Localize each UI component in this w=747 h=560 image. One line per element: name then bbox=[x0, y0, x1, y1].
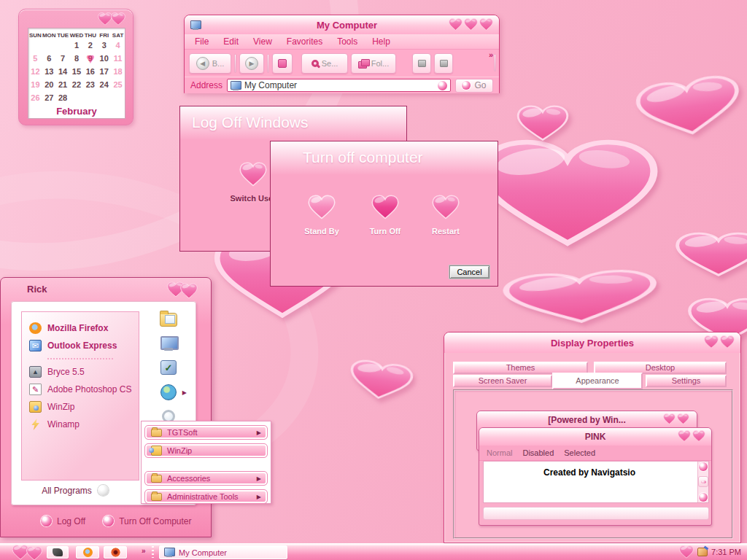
calendar-day[interactable]: 20 bbox=[42, 78, 56, 91]
calendar-day[interactable]: 11 bbox=[111, 52, 125, 65]
heart-button-icon[interactable] bbox=[704, 335, 719, 349]
menu-item[interactable]: File bbox=[195, 36, 209, 47]
menu-item[interactable]: Help bbox=[372, 36, 390, 47]
calendar-day[interactable] bbox=[28, 39, 42, 52]
calendar-day[interactable]: 17 bbox=[97, 65, 111, 78]
log-off-ball-icon bbox=[41, 516, 52, 526]
up-button[interactable] bbox=[272, 53, 293, 74]
calendar-day[interactable] bbox=[97, 91, 111, 104]
calendar-day[interactable] bbox=[83, 91, 97, 104]
calendar-day[interactable]: 3 bbox=[97, 39, 111, 52]
calendar-day[interactable]: 25 bbox=[111, 78, 125, 91]
taskbar-clock[interactable]: 7:31 PM bbox=[711, 548, 741, 556]
scroll-down-icon[interactable] bbox=[699, 493, 708, 502]
quick-launch-button[interactable] bbox=[47, 546, 69, 559]
submenu-item[interactable]: Administrative Tools ▶ bbox=[144, 489, 268, 504]
all-programs-button[interactable]: All Programs bbox=[11, 485, 139, 496]
program-item[interactable]: Mozilla Firefox bbox=[22, 319, 139, 337]
calendar-day[interactable]: 12 bbox=[28, 65, 42, 78]
forward-button[interactable]: ▶ bbox=[239, 53, 264, 74]
taskbar-task-button[interactable]: My Computer bbox=[159, 545, 287, 559]
calendar-day[interactable]: 10 bbox=[97, 52, 111, 65]
title-bar[interactable]: Display Properties bbox=[444, 332, 740, 353]
stand-by-heart-icon[interactable] bbox=[308, 195, 336, 219]
views-button[interactable] bbox=[412, 53, 431, 74]
turn-off-option[interactable]: Turn Off bbox=[356, 195, 414, 236]
address-dropdown-icon[interactable] bbox=[438, 81, 447, 90]
taskbar-grip[interactable] bbox=[152, 546, 154, 558]
restart-option[interactable]: Restart bbox=[417, 195, 475, 236]
restart-heart-icon[interactable] bbox=[432, 195, 460, 219]
folders-button[interactable]: Fol... bbox=[351, 53, 396, 74]
calendar-day[interactable]: 9 bbox=[83, 52, 97, 65]
calendar-day[interactable]: 22 bbox=[70, 78, 84, 91]
log-off-button[interactable]: Log Off bbox=[41, 516, 85, 526]
menu-item[interactable]: Edit bbox=[223, 36, 239, 47]
calendar-day[interactable]: 28 bbox=[56, 91, 70, 104]
calendar-day[interactable]: 13 bbox=[42, 65, 56, 78]
back-button[interactable]: ◀ B... bbox=[189, 53, 231, 74]
program-item[interactable]: Outlook Express bbox=[22, 337, 139, 354]
calendar-day[interactable]: 21 bbox=[56, 78, 70, 91]
close-heart-icon[interactable] bbox=[720, 335, 735, 349]
program-item[interactable]: Bryce 5.5 bbox=[22, 363, 139, 381]
minimize-heart-icon[interactable] bbox=[449, 18, 462, 31]
scroll-up-icon[interactable] bbox=[699, 462, 708, 471]
calendar-day[interactable]: 5 bbox=[28, 52, 42, 65]
calendar-day[interactable]: 1 bbox=[70, 39, 84, 52]
preview-scrollbar[interactable] bbox=[697, 462, 708, 502]
calendar-day[interactable] bbox=[56, 39, 70, 52]
quick-launch-button[interactable] bbox=[104, 546, 127, 559]
submenu-item[interactable]: TGTSoft ▶ bbox=[144, 425, 268, 440]
menu-item[interactable]: View bbox=[253, 36, 272, 47]
calendar-day[interactable]: 4 bbox=[111, 39, 125, 52]
quick-launch-button[interactable] bbox=[76, 546, 99, 559]
program-item[interactable]: Winamp bbox=[22, 416, 139, 433]
tray-app-icon[interactable] bbox=[697, 548, 708, 556]
tab-settings[interactable]: Settings bbox=[646, 375, 727, 387]
program-item[interactable]: WinZip bbox=[22, 398, 139, 416]
submenu-item[interactable]: WinZip ▶ bbox=[144, 443, 268, 458]
search-button[interactable]: Se... bbox=[301, 53, 348, 74]
preview-active-window: PINK NormalDisabledSelected Created by N… bbox=[479, 427, 712, 526]
close-heart-icon[interactable] bbox=[479, 18, 493, 31]
calendar-day[interactable]: 27 bbox=[42, 91, 56, 104]
calendar-day[interactable]: 14 bbox=[56, 65, 70, 78]
calendar-day[interactable]: 16 bbox=[83, 65, 97, 78]
cancel-button[interactable]: Cancel bbox=[449, 265, 489, 279]
go-button[interactable]: Go bbox=[455, 79, 493, 93]
toolbar-overflow-chevron[interactable]: » bbox=[489, 50, 493, 59]
program-item[interactable]: Adobe Photoshop CS bbox=[22, 381, 139, 398]
views-button-2[interactable] bbox=[434, 53, 453, 74]
calendar-day[interactable] bbox=[42, 39, 56, 52]
log-off-label: Log Off bbox=[57, 516, 85, 526]
address-input[interactable]: My Computer bbox=[227, 79, 451, 92]
calendar-day[interactable]: 8 bbox=[70, 52, 84, 65]
calendar-day[interactable]: 23 bbox=[83, 78, 97, 91]
start-heart-icon[interactable] bbox=[25, 546, 44, 560]
title-bar[interactable]: My Computer bbox=[185, 15, 499, 34]
calendar-day[interactable]: 7 bbox=[56, 52, 70, 65]
quick-launch-overflow-chevron[interactable]: » bbox=[142, 547, 146, 555]
calendar-day[interactable]: 24 bbox=[97, 78, 111, 91]
turn-off-heart-icon[interactable] bbox=[371, 195, 399, 219]
calendar-day[interactable]: 6 bbox=[42, 52, 56, 65]
tab-appearance[interactable]: Appearance bbox=[552, 373, 643, 389]
maximize-heart-icon[interactable] bbox=[464, 18, 478, 31]
calendar-weekday: TUE bbox=[56, 32, 70, 39]
calendar-day[interactable]: 18 bbox=[111, 65, 125, 78]
turn-off-computer-button[interactable]: Turn Off Computer bbox=[103, 516, 191, 526]
stand-by-option[interactable]: Stand By bbox=[293, 195, 351, 236]
submenu-item[interactable]: Accessories ▶ bbox=[144, 471, 268, 486]
calendar-day[interactable]: 19 bbox=[28, 78, 42, 91]
calendar-day[interactable]: 15 bbox=[70, 65, 84, 78]
calendar-day[interactable]: 26 bbox=[28, 91, 42, 104]
tab-screen-saver[interactable]: Screen Saver bbox=[453, 375, 552, 387]
calendar-day[interactable] bbox=[111, 91, 125, 104]
calendar-day[interactable] bbox=[70, 91, 84, 104]
menu-item[interactable]: Favorites bbox=[287, 36, 322, 47]
switch-user-heart-icon[interactable] bbox=[239, 162, 267, 187]
tray-heart-icon[interactable] bbox=[679, 545, 694, 559]
scrollbar-thumb[interactable] bbox=[698, 476, 708, 487]
menu-item[interactable]: Tools bbox=[337, 36, 357, 47]
